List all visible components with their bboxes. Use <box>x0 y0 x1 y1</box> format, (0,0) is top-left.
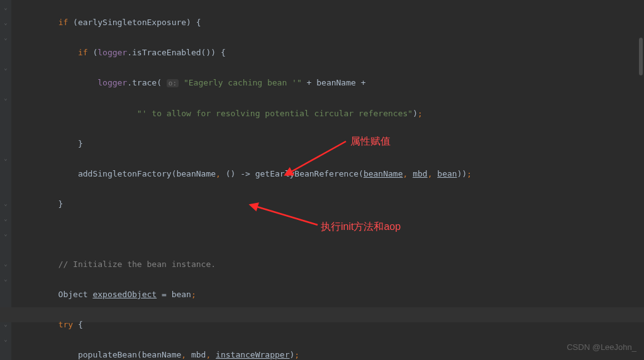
code-line: populateBean(beanName, mbd, instanceWrap… <box>19 347 644 360</box>
code-line: if (earlySingletonExposure) { <box>19 15 644 30</box>
var-exposedObject: exposedObject <box>92 290 157 299</box>
param-instanceWrapper: instanceWrapper <box>216 350 289 359</box>
code-text: Object <box>19 290 92 299</box>
code-editor[interactable]: if (earlySingletonExposure) { if (logger… <box>0 0 644 360</box>
code-line: Object exposedObject = bean; <box>19 287 644 302</box>
semicolon: ; <box>418 109 423 118</box>
annotation-label-2: 执行init方法和aop <box>321 219 401 234</box>
code-line: addSingletonFactory(beanName, () -> getE… <box>19 166 644 182</box>
code-text: } <box>19 139 83 148</box>
comma: , <box>206 350 211 359</box>
code-text <box>19 320 58 329</box>
code-line: if (logger.isTraceEnabled()) { <box>19 45 644 60</box>
code-text: .isTraceEnabled()) { <box>127 48 226 57</box>
code-line: // Initialize the bean instance. <box>19 257 644 272</box>
code-text <box>19 18 58 27</box>
code-text: ) <box>413 109 418 118</box>
comma: , <box>403 169 408 178</box>
code-text: .trace( <box>127 78 162 87</box>
comma: , <box>428 169 433 178</box>
code-text: ( <box>88 48 98 57</box>
string-literal: "Eagerly caching bean '" <box>184 78 302 87</box>
semicolon: ; <box>191 290 196 299</box>
code-text: () -> getEarlyBeanReference( <box>221 169 364 178</box>
field-logger: logger <box>97 78 127 87</box>
code-text: populateBean(beanName <box>19 350 181 359</box>
code-text: { <box>73 320 83 329</box>
code-line: } <box>19 197 644 212</box>
comma: , <box>181 350 186 359</box>
param-hint: o: <box>167 79 179 87</box>
keyword-try: try <box>58 320 73 329</box>
semicolon: ; <box>467 169 472 178</box>
code-text <box>19 48 78 57</box>
annotation-label-1: 属性赋值 <box>350 134 391 149</box>
keyword-if: if <box>58 18 69 27</box>
code-text: } <box>19 199 63 209</box>
code-line: try { <box>19 317 644 332</box>
code-text: + beanName + <box>302 78 366 87</box>
string-literal: "' to allow for resolving potential circ… <box>137 109 413 118</box>
code-text <box>19 109 137 118</box>
code-text: addSingletonFactory(beanName <box>19 169 216 178</box>
code-text: )) <box>457 169 467 178</box>
code-line: logger.trace( o: "Eagerly caching bean '… <box>19 75 644 91</box>
param-mbd: mbd <box>413 169 427 178</box>
semicolon: ; <box>294 350 299 359</box>
param-beanName: beanName <box>364 169 403 178</box>
field-logger: logger <box>97 48 127 57</box>
code-text <box>19 259 58 269</box>
code-text <box>19 78 97 87</box>
code-line: } <box>19 136 644 151</box>
code-text: (earlySingletonExposure) { <box>68 18 201 27</box>
code-line: "' to allow for resolving potential circ… <box>19 106 644 121</box>
param-bean: bean <box>437 169 457 178</box>
code-text: mbd <box>186 350 206 359</box>
keyword-if: if <box>78 48 88 57</box>
code-text: = bean <box>157 290 191 299</box>
comma: , <box>216 169 221 178</box>
comment: // Initialize the bean instance. <box>58 259 216 269</box>
